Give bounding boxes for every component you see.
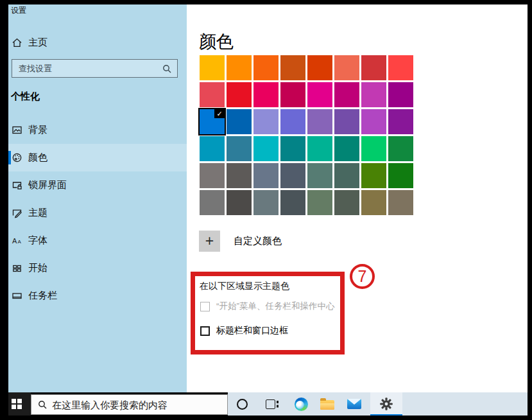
sidebar-item-colors[interactable]: 颜色: [8, 144, 187, 171]
lockscreen-icon: [12, 180, 22, 191]
taskbar-rect-icon: [12, 290, 22, 301]
color-swatch[interactable]: [280, 55, 305, 80]
color-swatch[interactable]: [280, 82, 305, 107]
checkbox-label: “开始”菜单、任务栏和操作中心: [216, 301, 335, 312]
custom-color-button[interactable]: +: [199, 231, 220, 252]
color-swatch[interactable]: [227, 82, 252, 107]
color-swatch[interactable]: [200, 82, 225, 107]
custom-color-row: + 自定义颜色: [199, 231, 282, 252]
color-swatch[interactable]: [361, 55, 386, 80]
color-swatch[interactable]: [388, 55, 413, 80]
sidebar-item-lockscreen[interactable]: 锁屏界面: [8, 171, 187, 199]
color-swatch[interactable]: [280, 136, 305, 161]
color-swatch[interactable]: [388, 82, 413, 107]
sidebar-item-label: 颜色: [28, 152, 47, 164]
color-swatch[interactable]: [280, 109, 305, 134]
sidebar-item-label: 主题: [28, 207, 47, 219]
color-swatch[interactable]: [200, 55, 225, 80]
color-swatch[interactable]: [361, 82, 386, 107]
settings-window: 设置 主页 个性化 背景: [0, 0, 532, 420]
sidebar-item-home[interactable]: 主页: [12, 31, 47, 53]
color-swatch[interactable]: [307, 82, 332, 107]
mail-icon[interactable]: [347, 392, 361, 416]
color-swatch[interactable]: [227, 190, 252, 215]
settings-gear-icon[interactable]: [370, 392, 402, 416]
task-view-icon[interactable]: [264, 392, 276, 416]
settings-search-input[interactable]: [12, 64, 162, 73]
color-swatch[interactable]: [388, 163, 413, 188]
cortana-icon[interactable]: [236, 392, 248, 416]
color-swatch[interactable]: [307, 136, 332, 161]
color-swatch[interactable]: [361, 136, 386, 161]
taskbar-search-box[interactable]: [31, 394, 228, 415]
color-swatch[interactable]: [200, 163, 225, 188]
sidebar-item-start[interactable]: 开始: [8, 254, 187, 282]
checkbox-titlebars-borders[interactable]: [200, 326, 210, 336]
checkbox-start-taskbar-actioncenter: [200, 302, 210, 311]
checkbox-row-titlebars: 标题栏和窗口边框: [200, 321, 288, 340]
color-swatch[interactable]: [227, 163, 252, 188]
annotation-circle-7: 7: [350, 264, 375, 289]
sidebar-item-background[interactable]: 背景: [8, 116, 187, 144]
color-swatch[interactable]: [334, 163, 359, 188]
color-swatch[interactable]: [253, 163, 279, 188]
sidebar-item-taskbar[interactable]: 任务栏: [8, 282, 187, 310]
color-swatch[interactable]: [227, 136, 252, 161]
settings-search-box[interactable]: [12, 59, 178, 78]
color-swatch[interactable]: [361, 109, 386, 134]
main-content: 颜色 ✓ + 自定义颜色 在以下区域显示主题色 “开始”菜单、任务栏和操作中心 …: [187, 4, 528, 392]
color-swatch[interactable]: [361, 190, 386, 215]
home-icon: [12, 37, 22, 48]
windows-start-icon[interactable]: [12, 399, 22, 409]
edge-icon[interactable]: [294, 392, 308, 416]
color-swatch[interactable]: [334, 55, 359, 80]
color-swatch[interactable]: [253, 109, 279, 134]
annotation-number: 7: [358, 267, 367, 286]
sidebar: 设置 主页 个性化 背景: [8, 4, 187, 392]
palette-icon: [12, 152, 22, 163]
sidebar-section-personalization: 个性化: [11, 91, 40, 103]
color-swatch[interactable]: [280, 163, 305, 188]
color-swatch[interactable]: [227, 55, 252, 80]
file-explorer-icon[interactable]: [320, 392, 334, 416]
search-icon: [162, 64, 171, 73]
color-swatch[interactable]: [307, 55, 332, 80]
color-swatch[interactable]: [253, 55, 279, 80]
color-swatch[interactable]: [253, 190, 279, 215]
color-swatch[interactable]: [307, 190, 332, 215]
checkbox-label: 标题栏和窗口边框: [216, 325, 288, 337]
sidebar-item-label: 任务栏: [28, 290, 57, 302]
plus-icon: +: [205, 232, 214, 250]
svg-text:A: A: [18, 239, 22, 245]
color-swatch[interactable]: [334, 109, 359, 134]
selected-check-icon: ✓: [214, 109, 225, 118]
taskbar: [8, 392, 528, 416]
image-icon: [12, 125, 22, 136]
color-swatch[interactable]: [334, 82, 359, 107]
color-swatch[interactable]: [253, 136, 279, 161]
color-swatch[interactable]: [334, 136, 359, 161]
taskbar-search-input[interactable]: [52, 399, 227, 410]
color-swatch[interactable]: [334, 190, 359, 215]
sidebar-item-themes[interactable]: 主题: [8, 199, 187, 227]
custom-color-label: 自定义颜色: [234, 235, 282, 247]
sidebar-item-label: 主页: [28, 37, 47, 49]
sidebar-item-fonts[interactable]: AA 字体: [8, 227, 187, 254]
color-swatch[interactable]: [307, 163, 332, 188]
color-swatch[interactable]: [388, 190, 413, 215]
color-swatch[interactable]: [200, 190, 225, 215]
color-swatch[interactable]: [227, 109, 252, 134]
color-swatch[interactable]: [361, 163, 386, 188]
color-swatch[interactable]: [388, 109, 413, 134]
sidebar-item-label: 锁屏界面: [28, 179, 67, 191]
color-swatch[interactable]: ✓: [200, 109, 225, 134]
color-swatch[interactable]: [253, 82, 279, 107]
sidebar-nav: 背景 颜色 锁屏界面 主题: [8, 116, 187, 310]
page-title: 颜色: [199, 30, 234, 53]
fonts-icon: AA: [12, 235, 22, 246]
color-swatch[interactable]: [307, 109, 332, 134]
color-swatch[interactable]: [280, 190, 305, 215]
sidebar-item-label: 开始: [28, 262, 47, 274]
color-swatch[interactable]: [200, 136, 225, 161]
color-swatch[interactable]: [388, 136, 413, 161]
